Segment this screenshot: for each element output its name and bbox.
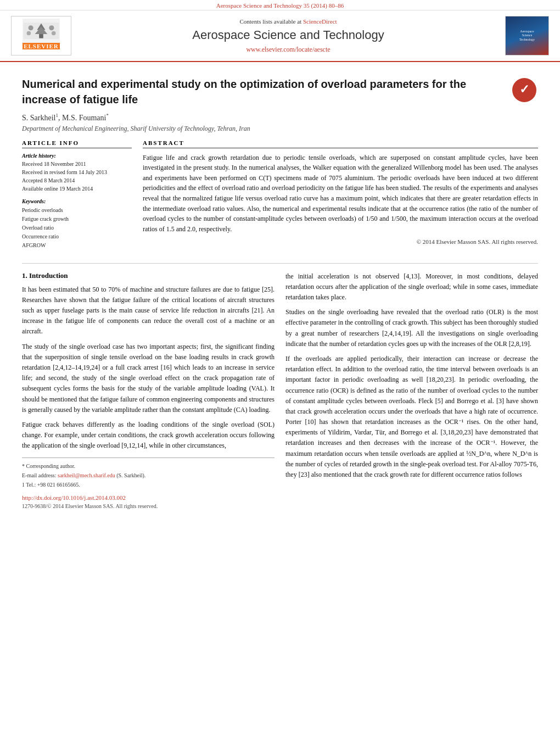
intro-para-3: Fatigue crack behaves differently as the…: [22, 420, 275, 451]
keyword-1: Periodic overloads: [22, 206, 132, 215]
history-label: Article history:: [22, 153, 132, 159]
svg-point-7: [52, 31, 56, 36]
accepted-date: Accepted 8 March 2014: [22, 176, 132, 185]
affiliation: Department of Mechanical Engineering, Sh…: [22, 125, 538, 133]
author-email[interactable]: sarkheil@mech.sharif.edu: [58, 472, 115, 478]
elsevier-logo: ELSEVIER: [11, 16, 71, 55]
copyright-notice: © 2014 Elsevier Masson SAS. All rights r…: [143, 238, 538, 245]
footnotes: * Corresponding author. E-mail address: …: [22, 458, 275, 489]
sciencedirect-link[interactable]: ScienceDirect: [303, 18, 337, 25]
available-date: Available online 19 March 2014: [22, 185, 132, 193]
article-title: Numerical and experimental study on the …: [22, 76, 472, 107]
info-abstract-section: ARTICLE INFO Article history: Received 1…: [22, 140, 538, 255]
contents-available: Contents lists available at ScienceDirec…: [82, 18, 494, 25]
copyright-footer: 1270-9638/© 2014 Elsevier Masson SAS. Al…: [22, 503, 275, 509]
svg-point-5: [49, 25, 54, 30]
keywords-label: Keywords:: [22, 198, 132, 204]
journal-name: Aerospace Science and Technology: [82, 28, 494, 42]
keyword-2: Fatigue crack growth: [22, 215, 132, 224]
article-body: Numerical and experimental study on the …: [0, 62, 560, 518]
journal-title-section: Contents lists available at ScienceDirec…: [71, 18, 505, 54]
journal-header: ELSEVIER Contents lists available at Sci…: [0, 10, 560, 62]
journal-url[interactable]: www.elsevier.com/locate/aescte: [82, 46, 494, 54]
abstract-section: ABSTRACT Fatigue life and crack growth r…: [143, 140, 538, 255]
doi-link[interactable]: http://dx.doi.org/10.1016/j.ast.2014.03.…: [22, 494, 275, 501]
svg-point-6: [27, 31, 31, 36]
keyword-4: Occurrence ratio: [22, 232, 132, 241]
author1-name: S. Sarkheil: [22, 114, 55, 122]
left-column: 1. Introduction It has been estimated th…: [22, 271, 275, 510]
right-para-2: Studies on the single overloading have r…: [285, 307, 538, 349]
revised-date: Received in revised form 14 July 2013: [22, 168, 132, 176]
elsevier-tree-icon: [23, 19, 60, 43]
received-date: Received 18 November 2011: [22, 160, 132, 168]
abstract-title: ABSTRACT: [143, 140, 538, 148]
intro-para-2: The study of the single overload case ha…: [22, 342, 275, 415]
journal-thumbnail: AerospaceScienceTechnology: [505, 16, 549, 55]
journal-citation: Aerospace Science and Technology 35 (201…: [0, 0, 560, 10]
keywords-group: Keywords: Periodic overloads Fatigue cra…: [22, 198, 132, 250]
svg-rect-3: [39, 34, 43, 38]
svg-text:✓: ✓: [519, 82, 529, 96]
abstract-text: Fatigue life and crack growth retardatio…: [143, 153, 538, 235]
corresponding-note: * Corresponding author.: [22, 462, 275, 470]
svg-point-4: [29, 25, 33, 30]
intro-heading: 1. Introduction: [22, 271, 275, 280]
elsevier-label: ELSEVIER: [23, 43, 60, 49]
article-info-title: ARTICLE INFO: [22, 140, 132, 148]
keyword-3: Overload ratio: [22, 224, 132, 232]
keyword-5: AFGROW: [22, 241, 132, 250]
section-divider: [22, 263, 538, 264]
article-info: ARTICLE INFO Article history: Received 1…: [22, 140, 132, 255]
author2-name: , M.S. Foumani: [58, 114, 107, 122]
main-content: 1. Introduction It has been estimated th…: [22, 271, 538, 510]
intro-para-1: It has been estimated that 50 to 70% of …: [22, 284, 275, 337]
author2-sup: *: [106, 113, 109, 118]
article-history: Article history: Received 18 November 20…: [22, 153, 132, 193]
crossmark-logo[interactable]: ✓: [511, 76, 538, 104]
article-title-section: Numerical and experimental study on the …: [22, 71, 538, 107]
right-para-1: the initial acceleration is not observed…: [285, 271, 538, 303]
right-column: the initial acceleration is not observed…: [285, 271, 538, 510]
tel-note: 1 Tel.: +98 021 66165665.: [22, 481, 275, 489]
authors-line: S. Sarkheil1, M.S. Foumani*: [22, 113, 538, 122]
email-note: E-mail address: sarkheil@mech.sharif.edu…: [22, 472, 275, 479]
right-para-3: If the overloads are applied periodicall…: [285, 354, 538, 480]
